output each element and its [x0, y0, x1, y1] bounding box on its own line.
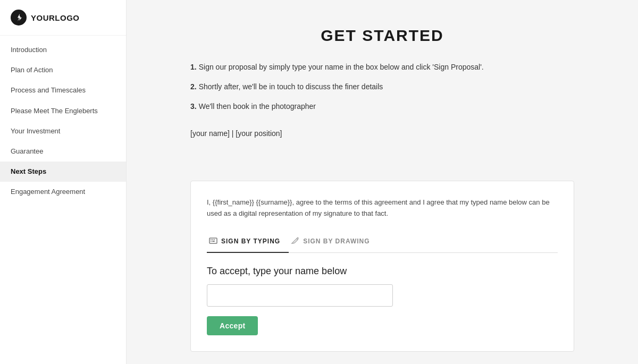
- page-title: GET STARTED: [190, 27, 574, 45]
- typing-icon: [209, 236, 217, 247]
- signature-tabs: SIGN BY TYPING SIGN BY DRAWING: [207, 231, 558, 253]
- steps-list: 1.Sign our proposal by simply type your …: [190, 62, 574, 112]
- sidebar-item-plan-of-action[interactable]: Plan of Action: [0, 60, 126, 80]
- agreement-text: I, {{first_name}} {{surname}}, agree to …: [207, 197, 558, 219]
- step-3: 3.We'll then book in the photographer: [190, 101, 574, 112]
- step-1: 1.Sign our proposal by simply type your …: [190, 62, 574, 73]
- main-content: GET STARTED 1.Sign our proposal by simpl…: [127, 0, 638, 364]
- sidebar-item-please-meet-the-engleberts[interactable]: Please Meet The Engleberts: [0, 101, 126, 121]
- name-input[interactable]: [207, 284, 393, 307]
- signature-card: I, {{first_name}} {{surname}}, agree to …: [190, 181, 574, 352]
- sender-line: [your name] | [your position]: [190, 129, 574, 138]
- step-3-text: We'll then book in the photographer: [199, 102, 316, 111]
- drawing-icon: [291, 236, 299, 247]
- logo-area: YOURLOGO: [0, 0, 126, 36]
- get-started-section: GET STARTED 1.Sign our proposal by simpl…: [127, 0, 638, 175]
- sidebar-item-next-steps[interactable]: Next Steps: [0, 162, 126, 182]
- sidebar-item-guarantee[interactable]: Guarantee: [0, 141, 126, 162]
- sidebar-nav: Introduction Plan of Action Process and …: [0, 40, 126, 202]
- tab-sign-by-drawing-label: SIGN BY DRAWING: [303, 238, 370, 245]
- tab-sign-by-typing[interactable]: SIGN BY TYPING: [207, 231, 289, 253]
- tab-sign-by-typing-label: SIGN BY TYPING: [221, 238, 280, 245]
- sidebar-item-introduction[interactable]: Introduction: [0, 40, 126, 60]
- step-2-number: 2.: [190, 82, 197, 91]
- accept-label: To accept, type your name below: [207, 266, 558, 277]
- sidebar-item-engagement-agreement[interactable]: Engagement Agreement: [0, 182, 126, 202]
- tab-sign-by-drawing[interactable]: SIGN BY DRAWING: [289, 231, 378, 253]
- accept-button[interactable]: Accept: [207, 316, 258, 335]
- signature-section: I, {{first_name}} {{surname}}, agree to …: [127, 175, 638, 364]
- sidebar-item-your-investment[interactable]: Your Investment: [0, 121, 126, 141]
- sidebar-item-process-and-timescales[interactable]: Process and Timescales: [0, 80, 126, 100]
- step-3-number: 3.: [190, 102, 197, 111]
- step-1-text: Sign our proposal by simply type your na…: [199, 63, 484, 71]
- step-1-number: 1.: [190, 63, 197, 71]
- logo-text: YOURLOGO: [31, 13, 80, 22]
- sidebar: YOURLOGO Introduction Plan of Action Pro…: [0, 0, 127, 364]
- step-2: 2.Shortly after, we'll be in touch to di…: [190, 81, 574, 92]
- step-2-text: Shortly after, we'll be in touch to disc…: [199, 82, 383, 91]
- logo-icon: [11, 10, 27, 26]
